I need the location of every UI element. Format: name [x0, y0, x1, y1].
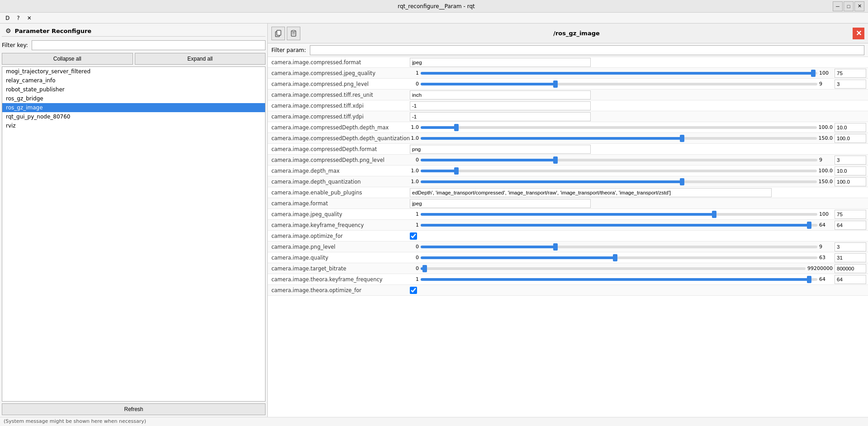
slider-thumb[interactable]	[454, 167, 459, 175]
slider-thumb[interactable]	[553, 243, 558, 251]
slider-thumb[interactable]	[680, 135, 684, 142]
collapse-all-button[interactable]: Collapse all	[2, 53, 133, 65]
param-text-input[interactable]	[410, 188, 772, 197]
node-item[interactable]: robot_state_publisher	[2, 85, 265, 94]
param-name: camera.image.compressedDepth.png_level	[268, 156, 408, 164]
param-text-input[interactable]	[410, 101, 591, 110]
param-edit-input[interactable]	[835, 275, 866, 284]
node-item[interactable]: rviz	[2, 121, 265, 130]
slider-thumb[interactable]	[807, 276, 811, 283]
filter-key-label: Filter key:	[2, 42, 28, 48]
node-item[interactable]: rqt_gui_py_node_80760	[2, 112, 265, 121]
title-bar: rqt_reconfigure__Param - rqt ─ □ ✕	[0, 0, 868, 13]
param-edit-input[interactable]	[835, 123, 866, 132]
window-close-button[interactable]: ✕	[854, 1, 864, 11]
param-edit-input[interactable]	[835, 221, 866, 230]
maximize-button[interactable]: □	[844, 1, 854, 11]
node-item[interactable]: ros_gz_image	[2, 103, 265, 112]
param-min-label: 0	[410, 81, 419, 87]
slider-track[interactable]	[421, 278, 817, 281]
panel-close-button[interactable]: ✕	[853, 28, 864, 39]
refresh-button[interactable]: Refresh	[2, 403, 266, 415]
filter-param-input[interactable]	[310, 45, 864, 55]
param-text-input[interactable]	[410, 58, 591, 67]
param-value-area: 1.0150.0	[408, 134, 868, 143]
copy-button[interactable]	[271, 27, 285, 40]
param-edit-input[interactable]	[835, 80, 866, 89]
param-min-label: 1	[410, 211, 419, 217]
slider-thumb[interactable]	[613, 254, 617, 261]
slider-track[interactable]	[421, 213, 817, 216]
param-max-label: 63	[819, 255, 833, 260]
param-edit-input[interactable]	[835, 242, 866, 251]
param-text-input[interactable]	[410, 145, 591, 154]
param-row: camera.image.theora.keyframe_frequency16…	[268, 274, 868, 285]
slider-thumb[interactable]	[553, 80, 558, 88]
param-value-area	[408, 188, 868, 197]
param-text-input[interactable]	[410, 112, 591, 121]
param-value-area	[408, 287, 868, 294]
slider-thumb[interactable]	[712, 211, 716, 218]
param-checkbox[interactable]	[410, 287, 417, 294]
slider-thumb[interactable]	[807, 222, 811, 229]
slider-track[interactable]	[421, 256, 817, 259]
slider-thumb[interactable]	[680, 178, 684, 185]
slider-thumb[interactable]	[454, 124, 459, 131]
expand-all-button[interactable]: Expand all	[135, 53, 266, 65]
param-edit-input[interactable]	[835, 253, 866, 262]
menu-item-d[interactable]: D	[2, 14, 13, 22]
slider-thumb[interactable]	[553, 156, 558, 164]
param-value-area: 1.0150.0	[408, 177, 868, 186]
param-row: camera.image.png_level09	[268, 241, 868, 252]
menu-item-help[interactable]: ?	[13, 14, 23, 22]
param-edit-input[interactable]	[835, 177, 866, 186]
app-icon: ⚙	[5, 27, 11, 34]
menu-item-close[interactable]: ✕	[24, 14, 35, 22]
slider-fill	[421, 170, 456, 172]
node-item[interactable]: ros_gz_bridge	[2, 94, 265, 103]
slider-track[interactable]	[421, 224, 817, 227]
app-title: Parameter Reconfigure	[15, 28, 92, 34]
slider-track[interactable]	[421, 159, 817, 161]
param-min-label: 0	[410, 157, 419, 163]
param-value-area: 164	[408, 275, 868, 284]
paste-button[interactable]	[287, 27, 300, 40]
slider-fill	[421, 256, 615, 259]
param-row: camera.image.depth_max1.0100.0	[268, 166, 868, 176]
param-text-input[interactable]	[410, 199, 591, 208]
param-checkbox[interactable]	[410, 232, 417, 240]
param-row: camera.image.format	[268, 198, 868, 209]
param-name: camera.image.quality	[268, 254, 408, 262]
param-value-area: 1100	[408, 210, 868, 219]
node-item[interactable]: mogi_trajectory_server_filtered	[2, 67, 265, 76]
param-name: camera.image.compressed.format	[268, 58, 408, 66]
param-edit-input[interactable]	[835, 166, 866, 175]
param-edit-input[interactable]	[835, 264, 866, 273]
slider-thumb[interactable]	[422, 265, 427, 272]
param-row: camera.image.compressedDepth.depth_quant…	[268, 133, 868, 144]
slider-fill	[421, 126, 456, 129]
param-row: camera.image.compressedDepth.format	[268, 144, 868, 155]
param-text-input[interactable]	[410, 90, 591, 99]
param-min-label: 1.0	[410, 179, 419, 185]
param-name: camera.image.enable_pub_plugins	[268, 189, 408, 197]
filter-key-input[interactable]	[32, 40, 266, 50]
slider-track[interactable]	[421, 126, 817, 129]
param-row: camera.image.compressed.jpeg_quality1100	[268, 68, 868, 79]
param-edit-input[interactable]	[835, 69, 866, 78]
slider-thumb[interactable]	[811, 70, 816, 77]
slider-track[interactable]	[421, 137, 817, 140]
param-edit-input[interactable]	[835, 156, 866, 165]
slider-track[interactable]	[421, 180, 817, 183]
param-min-label: 1	[410, 276, 419, 282]
slider-track[interactable]	[421, 246, 817, 248]
slider-track[interactable]	[421, 72, 817, 75]
node-item[interactable]: relay_camera_info	[2, 76, 265, 85]
slider-track[interactable]	[421, 83, 817, 85]
slider-track[interactable]	[421, 170, 817, 172]
minimize-button[interactable]: ─	[833, 1, 843, 11]
param-edit-input[interactable]	[835, 210, 866, 219]
slider-track[interactable]	[421, 267, 806, 270]
param-row: camera.image.theora.optimize_for	[268, 285, 868, 296]
param-edit-input[interactable]	[835, 134, 866, 143]
